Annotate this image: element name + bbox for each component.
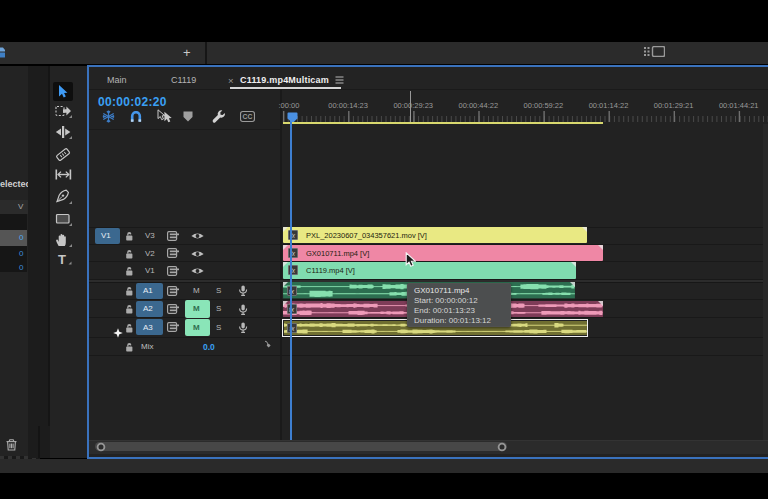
- svg-text:00:01:44:21: 00:01:44:21: [719, 101, 759, 110]
- svg-text:00:00:59:22: 00:00:59:22: [524, 101, 564, 110]
- svg-text:00:00:14:23: 00:00:14:23: [328, 101, 368, 110]
- svg-text:00:00:29:23: 00:00:29:23: [393, 101, 433, 110]
- svg-text:00:01:29:21: 00:01:29:21: [654, 101, 694, 110]
- svg-text:CC: CC: [243, 113, 253, 120]
- svg-text::00:00: :00:00: [279, 101, 300, 110]
- svg-text:00:00:44:22: 00:00:44:22: [458, 101, 498, 110]
- svg-text:00:01:14:22: 00:01:14:22: [589, 101, 629, 110]
